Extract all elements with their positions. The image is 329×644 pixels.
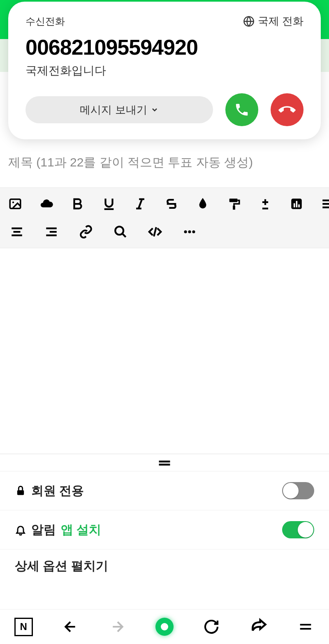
bell-icon bbox=[15, 524, 26, 536]
call-subtitle: 국제전화입니다 bbox=[25, 63, 304, 78]
share-icon bbox=[250, 618, 268, 636]
align-justify-icon[interactable] bbox=[8, 223, 25, 240]
svg-rect-3 bbox=[229, 199, 238, 202]
home-icon bbox=[155, 618, 174, 636]
decline-call-button[interactable] bbox=[271, 93, 304, 126]
home-button[interactable] bbox=[152, 614, 177, 639]
svg-rect-7 bbox=[296, 201, 298, 208]
members-only-label: 회원 전용 bbox=[31, 482, 84, 499]
members-only-row: 회원 전용 bbox=[0, 471, 329, 510]
app-install-link[interactable]: 앱 설치 bbox=[61, 522, 101, 538]
svg-rect-4 bbox=[233, 205, 235, 210]
svg-point-12 bbox=[192, 230, 195, 233]
image-icon[interactable] bbox=[8, 195, 22, 212]
send-message-label: 메시지 보내기 bbox=[80, 103, 147, 117]
notifications-label: 알림 bbox=[31, 522, 56, 538]
phone-hangup-icon bbox=[278, 101, 296, 118]
refresh-button[interactable] bbox=[199, 614, 224, 639]
align-right-icon[interactable] bbox=[43, 223, 60, 240]
bold-icon[interactable] bbox=[71, 195, 85, 212]
fill-icon[interactable] bbox=[196, 195, 210, 212]
title-input[interactable]: 제목 (11과 22를 같이 적으면 투표 자동 생성) bbox=[0, 138, 329, 187]
drag-handle[interactable] bbox=[0, 454, 329, 471]
naver-home-button[interactable]: N bbox=[11, 614, 36, 639]
notifications-row: 알림 앱 설치 bbox=[0, 510, 329, 549]
menu-button[interactable] bbox=[293, 614, 318, 639]
search-icon[interactable] bbox=[112, 223, 129, 240]
send-message-button[interactable]: 메시지 보내기 bbox=[25, 96, 213, 123]
svg-rect-13 bbox=[17, 490, 24, 495]
back-icon bbox=[62, 619, 79, 635]
phone-icon bbox=[234, 102, 250, 118]
code-icon[interactable] bbox=[146, 223, 164, 240]
lock-icon bbox=[15, 485, 26, 496]
cloud-icon[interactable] bbox=[39, 195, 53, 212]
back-button[interactable] bbox=[58, 614, 83, 639]
underline-icon[interactable] bbox=[102, 195, 116, 212]
chevron-down-icon bbox=[151, 106, 159, 114]
menu-icon bbox=[297, 619, 314, 635]
refresh-icon bbox=[203, 619, 220, 635]
align-left-icon[interactable] bbox=[321, 195, 329, 212]
incoming-call-card: 수신전화 국제 전화 006821095594920 국제전화입니다 메시지 보… bbox=[8, 2, 321, 139]
svg-point-10 bbox=[184, 230, 187, 233]
expand-options-row[interactable]: 상세 옵션 펼치기 bbox=[0, 549, 329, 575]
link-icon[interactable] bbox=[77, 223, 95, 240]
notifications-toggle[interactable] bbox=[282, 521, 314, 538]
plusminus-icon[interactable] bbox=[258, 195, 272, 212]
share-button[interactable] bbox=[246, 614, 271, 639]
svg-rect-8 bbox=[298, 204, 300, 207]
accept-call-button[interactable] bbox=[225, 93, 258, 126]
call-number: 006821095594920 bbox=[25, 35, 304, 60]
svg-point-9 bbox=[115, 226, 123, 235]
svg-rect-6 bbox=[294, 203, 295, 208]
forward-icon bbox=[109, 619, 126, 635]
svg-point-11 bbox=[188, 230, 191, 233]
forward-button[interactable] bbox=[105, 614, 130, 639]
options-section: 회원 전용 알림 앱 설치 상세 옵션 펼치기 bbox=[0, 471, 329, 575]
naver-icon: N bbox=[14, 618, 33, 636]
svg-point-2 bbox=[12, 201, 14, 203]
browser-bottom-nav: N bbox=[0, 609, 329, 644]
drag-handle-icon bbox=[157, 459, 172, 467]
editor-toolbar bbox=[0, 187, 329, 248]
members-only-toggle[interactable] bbox=[282, 482, 314, 499]
intl-call-label: 국제 전화 bbox=[243, 14, 304, 28]
incoming-call-label: 수신전화 bbox=[25, 15, 65, 28]
chart-icon[interactable] bbox=[290, 195, 304, 212]
paint-roller-icon[interactable] bbox=[227, 195, 241, 212]
globe-icon bbox=[243, 16, 255, 27]
editor-content-area[interactable] bbox=[0, 248, 329, 454]
italic-icon[interactable] bbox=[133, 195, 147, 212]
strikethrough-icon[interactable] bbox=[164, 195, 178, 212]
more-icon[interactable] bbox=[181, 223, 198, 240]
